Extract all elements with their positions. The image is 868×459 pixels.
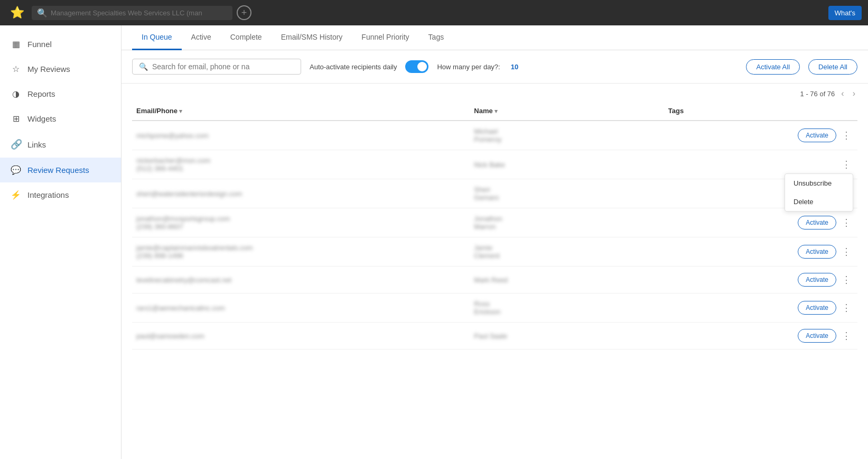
review-requests-icon: 💬: [11, 165, 21, 175]
sidebar-item-integrations[interactable]: ⚡ Integrations: [0, 182, 121, 207]
sidebar-item-links[interactable]: 🔗 Links: [0, 131, 121, 158]
main-layout: ▦ Funnel ☆ My Reviews ◑ Reports ⊞ Widget…: [0, 25, 868, 459]
table-container: Email/Phone Name Tags michpome@yahoo.com…: [122, 102, 868, 459]
activate-button[interactable]: Activate: [798, 301, 836, 315]
whats-button[interactable]: What's: [828, 6, 862, 20]
table-row: jonathon@mvsportsgroup.com(239) 360-8607…: [132, 208, 857, 237]
tab-active[interactable]: Active: [182, 25, 221, 50]
sidebar-item-funnel[interactable]: ▦ Funnel: [0, 32, 121, 57]
activate-button[interactable]: Activate: [798, 273, 836, 287]
more-options-button[interactable]: ⋮: [839, 217, 853, 228]
add-button[interactable]: +: [237, 5, 251, 20]
tab-complete[interactable]: Complete: [221, 25, 272, 50]
pagination-prev-button[interactable]: ‹: [839, 88, 846, 99]
activate-button[interactable]: Activate: [798, 245, 836, 259]
integrations-icon: ⚡: [11, 190, 21, 200]
sidebar-item-review-requests[interactable]: 💬 Review Requests: [0, 158, 121, 182]
table-row: sheri@watersidenteriordesign.comSheriGem…: [132, 179, 857, 208]
tab-tags[interactable]: Tags: [419, 25, 454, 50]
topbar: ⭐ 🔍 + What's: [0, 0, 868, 25]
cell-email-phone: jonathon@mvsportsgroup.com(239) 360-8607: [132, 208, 470, 237]
search-input[interactable]: [152, 62, 294, 71]
topbar-search-box[interactable]: 🔍: [32, 6, 232, 20]
delete-all-button[interactable]: Delete All: [808, 59, 857, 75]
recipients-table: Email/Phone Name Tags michpome@yahoo.com…: [132, 102, 857, 350]
cell-name: JonathonMarron: [470, 208, 664, 237]
cell-tags: [664, 150, 778, 179]
cell-email-phone: levelinecabinetry@comcast.net: [132, 267, 470, 293]
more-options-button[interactable]: ⋮: [839, 246, 853, 258]
sidebar: ▦ Funnel ☆ My Reviews ◑ Reports ⊞ Widget…: [0, 25, 122, 459]
cell-name: MichaelPomeroy: [470, 121, 664, 150]
cell-tags: [664, 179, 778, 208]
sidebar-item-label: Reports: [27, 89, 55, 98]
table-row: paul@samowden.comPaul Saale Activate ⋮: [132, 323, 857, 350]
sidebar-item-label: Links: [27, 140, 46, 149]
table-row: nickerbacher@msn.com(512) 366-4401Nick B…: [132, 150, 857, 179]
pagination-next-button[interactable]: ›: [851, 88, 857, 99]
auto-activate-toggle[interactable]: [405, 60, 428, 73]
dropdown-delete[interactable]: Delete: [785, 192, 853, 211]
tabs: In Queue Active Complete Email/SMS Histo…: [122, 25, 868, 50]
more-options-button[interactable]: ⋮: [839, 130, 853, 141]
col-email-phone[interactable]: Email/Phone: [132, 102, 470, 121]
activate-button[interactable]: Activate: [798, 128, 836, 142]
reports-icon: ◑: [11, 89, 21, 99]
table-row: jamie@captainmannisboatrentals.com(239) …: [132, 237, 857, 267]
col-name[interactable]: Name: [470, 102, 664, 121]
star-icon: ☆: [11, 64, 21, 74]
tab-in-queue[interactable]: In Queue: [132, 25, 182, 50]
sidebar-item-widgets[interactable]: ⊞ Widgets: [0, 106, 121, 131]
more-options-button[interactable]: ⋮: [839, 302, 853, 314]
how-many-value: 10: [511, 63, 518, 71]
cell-actions: ⋮ Unsubscribe Delete: [778, 150, 857, 179]
activate-button[interactable]: Activate: [798, 329, 836, 343]
sidebar-item-label: Review Requests: [27, 166, 89, 175]
more-options-button[interactable]: ⋮: [839, 159, 853, 170]
cell-name: JamieClement: [470, 237, 664, 267]
topbar-search-icon: 🔍: [37, 8, 48, 18]
sidebar-item-label: Funnel: [27, 40, 52, 49]
cell-email-phone: paul@samowden.com: [132, 323, 470, 350]
table-row: levelinecabinetry@comcast.netMark Reed A…: [132, 267, 857, 293]
sidebar-item-reports[interactable]: ◑ Reports: [0, 81, 121, 106]
links-icon: 🔗: [11, 139, 21, 150]
sidebar-item-label: Widgets: [27, 114, 56, 123]
cell-actions: Activate ⋮: [778, 293, 857, 323]
cell-actions: Activate ⋮: [778, 121, 857, 150]
tab-funnel-priority[interactable]: Funnel Priority: [352, 25, 418, 50]
cell-email-phone: jamie@captainmannisboatrentals.com(239) …: [132, 237, 470, 267]
cell-tags: [664, 121, 778, 150]
col-actions: [778, 102, 857, 121]
cell-actions: Activate ⋮: [778, 267, 857, 293]
sidebar-item-label: Integrations: [27, 190, 69, 199]
tab-email-sms-history[interactable]: Email/SMS History: [272, 25, 352, 50]
cell-email-phone: nickerbacher@msn.com(512) 366-4401: [132, 150, 470, 179]
auto-activate-label: Auto-activate recipients daily: [310, 63, 397, 71]
cell-name: Nick Bake: [470, 150, 664, 179]
more-options-button[interactable]: ⋮: [839, 330, 853, 342]
cell-actions: Activate ⋮: [778, 237, 857, 267]
activate-button[interactable]: Activate: [798, 216, 836, 229]
how-many-label: How many per day?:: [437, 63, 500, 71]
cell-actions: Activate ⋮: [778, 208, 857, 237]
pagination-row: 1 - 76 of 76 ‹ ›: [122, 84, 868, 102]
cell-name: RossErickson: [470, 293, 664, 323]
cell-email-phone: rars1@aemechanicalinc.com: [132, 293, 470, 323]
dropdown-unsubscribe[interactable]: Unsubscribe: [785, 174, 853, 192]
cell-name: SheriGemaro: [470, 179, 664, 208]
table-row: michpome@yahoo.comMichaelPomeroy Activat…: [132, 121, 857, 150]
widgets-icon: ⊞: [11, 114, 21, 124]
sidebar-item-my-reviews[interactable]: ☆ My Reviews: [0, 57, 121, 81]
cell-email-phone: michpome@yahoo.com: [132, 121, 470, 150]
funnel-icon: ▦: [11, 39, 21, 49]
pagination-text: 1 - 76 of 76: [800, 90, 835, 98]
more-options-button[interactable]: ⋮: [839, 274, 853, 286]
logo: ⭐: [6, 3, 27, 22]
activate-all-button[interactable]: Activate All: [746, 59, 800, 75]
cell-tags: [664, 323, 778, 350]
col-tags: Tags: [664, 102, 778, 121]
topbar-search-input[interactable]: [51, 9, 227, 17]
cell-tags: [664, 237, 778, 267]
search-box[interactable]: 🔍: [132, 59, 301, 75]
